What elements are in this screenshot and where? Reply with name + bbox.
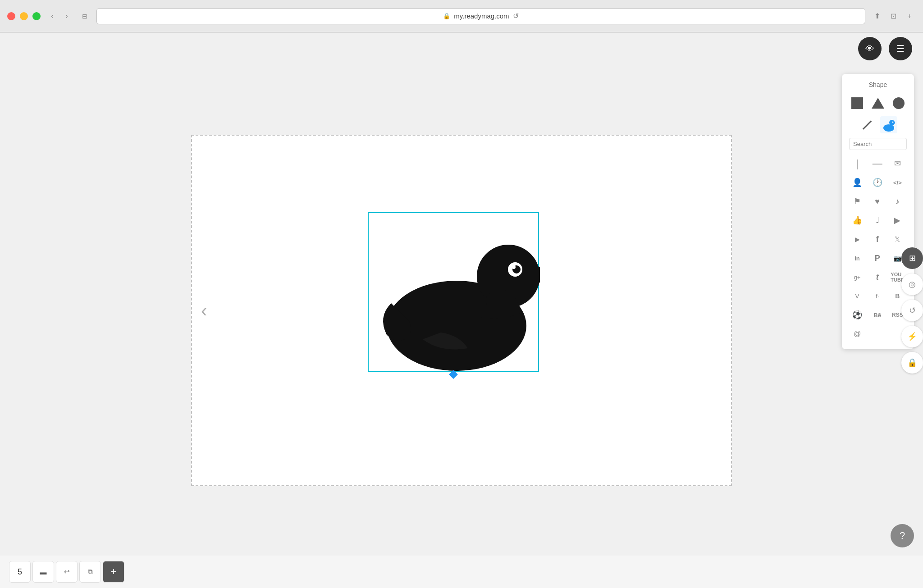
- help-button[interactable]: ?: [891, 524, 914, 547]
- page-number: 5: [9, 561, 31, 583]
- triangle-icon: [872, 98, 884, 109]
- refresh-tool-button[interactable]: ↺: [901, 300, 923, 321]
- url-text: my.readymag.com: [454, 12, 509, 20]
- svg-point-4: [512, 265, 516, 269]
- tab-button[interactable]: ⊡: [887, 10, 900, 23]
- layers-button[interactable]: ⧉: [79, 561, 101, 583]
- add-button[interactable]: +: [103, 561, 124, 583]
- undo-button[interactable]: ↩: [56, 561, 78, 583]
- back-button[interactable]: ‹: [46, 10, 59, 23]
- panel-search[interactable]: 🔍: [849, 138, 907, 150]
- vimeo-icon-cell[interactable]: V: [849, 288, 865, 304]
- clock-icon-cell[interactable]: 🕐: [869, 174, 886, 191]
- dribbble-icon-cell[interactable]: ⚽: [849, 307, 865, 323]
- shape-row-2: [849, 116, 907, 133]
- facebook-icon-cell[interactable]: f: [869, 231, 886, 247]
- reload-button[interactable]: ↺: [513, 12, 519, 20]
- top-toolbar: 👁 ☰: [0, 32, 923, 65]
- pinterest-icon-cell[interactable]: P: [869, 250, 886, 266]
- at-icon-cell[interactable]: @: [849, 326, 865, 342]
- undo-icon: ↩: [64, 568, 70, 576]
- square-shape-button[interactable]: [849, 95, 865, 112]
- panel-title: Shape: [849, 81, 907, 88]
- layers-icon: ⧉: [88, 568, 93, 576]
- like-icon-cell[interactable]: 👍: [849, 212, 865, 228]
- lock-icon: 🔒: [907, 358, 917, 368]
- shape-row-1: [849, 95, 907, 112]
- search-input[interactable]: [853, 141, 923, 147]
- hamburger-icon: ☰: [896, 43, 905, 54]
- youtube-icon-cell[interactable]: ▶: [849, 231, 865, 247]
- flash-tool-button[interactable]: ⚡: [901, 326, 923, 347]
- refresh-icon: ↺: [909, 305, 916, 315]
- circle-tool-button[interactable]: ◎: [901, 273, 923, 295]
- preview-button[interactable]: 👁: [858, 37, 882, 60]
- person-icon-cell[interactable]: 👤: [849, 174, 865, 191]
- line-icon: [863, 120, 872, 130]
- tumblr-icon-cell[interactable]: t: [869, 269, 886, 285]
- browser-chrome: ‹ › ⊟ 🔒 my.readymag.com ↺ ⬆ ⊡ +: [0, 0, 923, 32]
- line-shape-button[interactable]: [859, 116, 876, 133]
- minimize-button[interactable]: [20, 12, 28, 20]
- eye-icon: 👁: [865, 44, 874, 54]
- target-icon: ◎: [909, 279, 916, 289]
- svg-point-5: [883, 124, 894, 132]
- svg-point-7: [892, 122, 894, 123]
- dash-icon-cell[interactable]: —: [869, 155, 886, 172]
- share-button[interactable]: ⬆: [871, 10, 883, 23]
- app-container: 👁 ☰ ‹: [0, 32, 923, 588]
- icon-grid: | — ✉ 👤 🕐 </> ⚑ ♥ ♪ 👍 ♩ ▶ ▶ f 𝕏 in P 📷 g…: [849, 155, 907, 342]
- canvas-area[interactable]: ‹: [191, 135, 732, 486]
- duck-shape-button[interactable]: [880, 116, 897, 133]
- new-tab-button[interactable]: +: [903, 10, 916, 23]
- lock-tool-button[interactable]: 🔒: [901, 352, 923, 374]
- close-button[interactable]: [7, 12, 15, 20]
- sidebar-button[interactable]: ⊟: [78, 10, 91, 23]
- grid-tool-button[interactable]: ⊞: [901, 247, 923, 269]
- behance-icon-cell[interactable]: Bē: [869, 307, 886, 323]
- right-toolbar: ⊞ ◎ ↺ ⚡ 🔒: [901, 247, 923, 374]
- pipe-icon-cell[interactable]: |: [849, 155, 865, 172]
- layout-icon: ▬: [40, 568, 47, 576]
- play-icon-cell[interactable]: ▶: [889, 212, 905, 228]
- browser-actions: ⬆ ⊡ +: [871, 10, 916, 23]
- heart-icon-cell[interactable]: ♥: [869, 193, 886, 210]
- code-icon-cell[interactable]: </>: [889, 174, 905, 191]
- note-icon-cell[interactable]: ♩: [869, 212, 886, 228]
- duck-svg: [369, 213, 540, 373]
- address-bar[interactable]: 🔒 my.readymag.com ↺: [96, 8, 865, 24]
- forward-button[interactable]: ›: [60, 10, 73, 23]
- nav-left-arrow[interactable]: ‹: [201, 300, 207, 320]
- maximize-button[interactable]: [32, 12, 41, 20]
- email-icon-cell[interactable]: ✉: [889, 155, 905, 172]
- menu-button[interactable]: ☰: [889, 37, 912, 60]
- flash-icon: ⚡: [907, 332, 917, 342]
- music-icon-cell[interactable]: ♪: [889, 193, 905, 210]
- grid-icon: ⊞: [909, 253, 916, 263]
- bottom-toolbar: 5 ▬ ↩ ⧉ +: [0, 556, 923, 588]
- square-icon: [851, 97, 863, 109]
- selection-box: [368, 212, 539, 372]
- main-content: ‹: [0, 65, 923, 556]
- triangle-shape-button[interactable]: [870, 95, 886, 112]
- circle-icon: [893, 97, 905, 109]
- flickr-icon-cell[interactable]: f·: [869, 288, 886, 304]
- linkedin-icon-cell[interactable]: in: [849, 250, 865, 266]
- duck-icon: [882, 118, 896, 132]
- googleplus-icon-cell[interactable]: g+: [849, 269, 865, 285]
- nav-buttons: ‹ ›: [46, 10, 73, 23]
- twitter-icon-cell[interactable]: 𝕏: [889, 231, 905, 247]
- lock-icon: 🔒: [443, 13, 450, 19]
- circle-shape-button[interactable]: [891, 95, 907, 112]
- flag-icon-cell[interactable]: ⚑: [849, 193, 865, 210]
- page-layout-button[interactable]: ▬: [32, 561, 54, 583]
- traffic-lights: [7, 12, 41, 20]
